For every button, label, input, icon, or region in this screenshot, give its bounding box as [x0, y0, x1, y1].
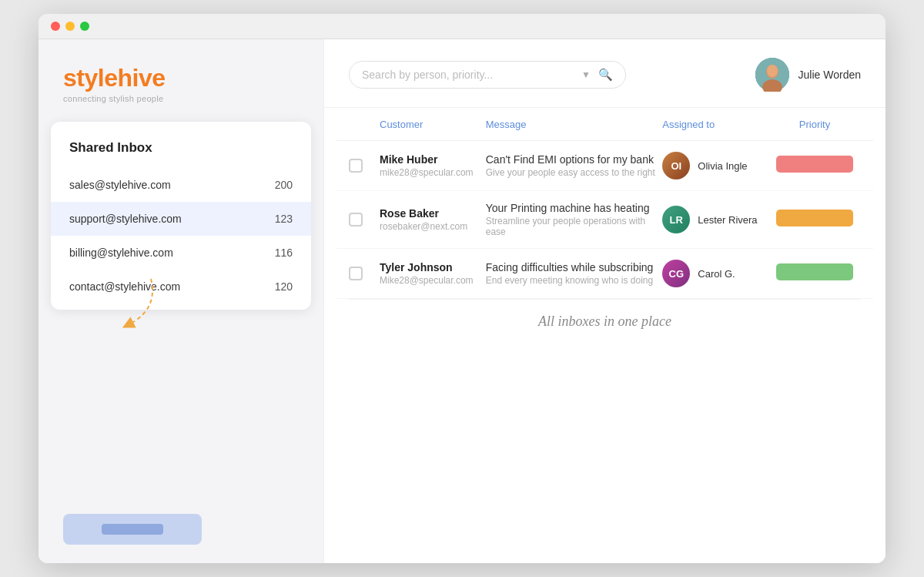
sidebar-button-inner: [102, 524, 163, 535]
annotation-area: All inboxes in one place: [336, 300, 873, 337]
dot-yellow[interactable]: [65, 22, 75, 31]
row2-customer: Rose Baker rosebaker@next.com: [380, 207, 486, 232]
user-area: Julie Worden: [755, 58, 861, 92]
row2-message: Your Printing machine has heating Stream…: [486, 202, 663, 237]
main-header: Search by person, priority... ▼ 🔍: [324, 39, 886, 108]
search-bar[interactable]: Search by person, priority... ▼ 🔍: [349, 61, 626, 89]
sidebar-title: Shared Inbox: [51, 140, 311, 168]
search-icons: ▼ 🔍: [581, 68, 613, 82]
col-customer-header: Customer: [380, 117, 486, 131]
sidebar-button-placeholder[interactable]: [63, 514, 202, 545]
checkbox[interactable]: [349, 213, 363, 226]
table-row[interactable]: Rose Baker rosebaker@next.com Your Print…: [336, 191, 873, 249]
assigned-area: OI Olivia Ingle: [662, 152, 768, 179]
row1-priority: [768, 156, 861, 176]
inbox-table: Customer Message Assigned to Priority: [324, 108, 886, 563]
table-row[interactable]: Tyler Johnson Mike28@specular.com Facing…: [336, 249, 873, 299]
col-assigned-header: Assigned to: [662, 117, 768, 131]
sidebar-logo-area: stylehive connecting stylish people: [38, 39, 323, 122]
row3-assigned: CG Carol G.: [662, 260, 768, 287]
main-content: Search by person, priority... ▼ 🔍: [323, 39, 886, 563]
table-row[interactable]: Mike Huber mike28@specular.com Can't Fin…: [336, 141, 873, 191]
checkbox[interactable]: [349, 267, 363, 280]
row2-assigned: LR Lester Rivera: [662, 206, 768, 233]
sidebar: stylehive connecting stylish people Shar…: [38, 39, 323, 563]
browser-window: stylehive connecting stylish people Shar…: [38, 14, 886, 563]
row2-priority: [768, 210, 861, 230]
inbox-item-sales[interactable]: sales@stylehive.com 200: [51, 168, 311, 202]
agent-avatar-carol: CG: [662, 260, 690, 287]
row1-customer: Mike Huber mike28@specular.com: [380, 153, 486, 178]
search-placeholder-text: Search by person, priority...: [362, 69, 581, 81]
sidebar-card: Shared Inbox sales@stylehive.com 200 sup…: [51, 122, 311, 310]
row3-priority: [768, 263, 861, 283]
dot-green[interactable]: [80, 22, 89, 31]
row1-message: Can't Find EMI options for my bank Give …: [486, 153, 663, 178]
priority-badge-medium: [776, 210, 853, 226]
agent-avatar-lester: LR: [662, 206, 690, 233]
user-name: Julie Worden: [798, 69, 861, 81]
inbox-item-contact[interactable]: contact@stylehive.com 120: [51, 270, 311, 304]
logo: stylehive: [63, 64, 299, 92]
logo-tagline: connecting stylish people: [63, 94, 299, 103]
filter-icon[interactable]: ▼: [581, 69, 591, 80]
row3-check: [349, 267, 380, 280]
dot-red[interactable]: [51, 22, 60, 31]
row3-customer: Tyler Johnson Mike28@specular.com: [380, 261, 486, 286]
priority-badge-high: [776, 156, 853, 173]
annotation-text: All inboxes in one place: [538, 314, 671, 330]
row2-check: [349, 213, 380, 226]
col-message-header: Message: [486, 117, 663, 131]
agent-avatar-olivia: OI: [662, 152, 690, 179]
checkbox[interactable]: [349, 159, 363, 173]
app-layout: stylehive connecting stylish people Shar…: [38, 39, 886, 563]
search-icon[interactable]: 🔍: [598, 68, 613, 82]
inbox-item-support[interactable]: support@stylehive.com 123: [51, 202, 311, 236]
table-header: Customer Message Assigned to Priority: [336, 108, 873, 141]
assigned-area: CG Carol G.: [662, 260, 768, 287]
priority-badge-low: [776, 263, 853, 280]
row1-assigned: OI Olivia Ingle: [662, 152, 768, 179]
browser-titlebar: [38, 14, 886, 39]
assigned-area: LR Lester Rivera: [662, 206, 768, 233]
col-priority-header: Priority: [768, 117, 861, 131]
row3-message: Facing difficulties while subscribing En…: [486, 261, 663, 286]
inbox-item-billing[interactable]: billing@stylehive.com 116: [51, 236, 311, 270]
avatar: [755, 58, 789, 92]
row1-check: [349, 159, 380, 173]
sidebar-bottom: [38, 495, 323, 563]
svg-point-3: [767, 65, 778, 77]
